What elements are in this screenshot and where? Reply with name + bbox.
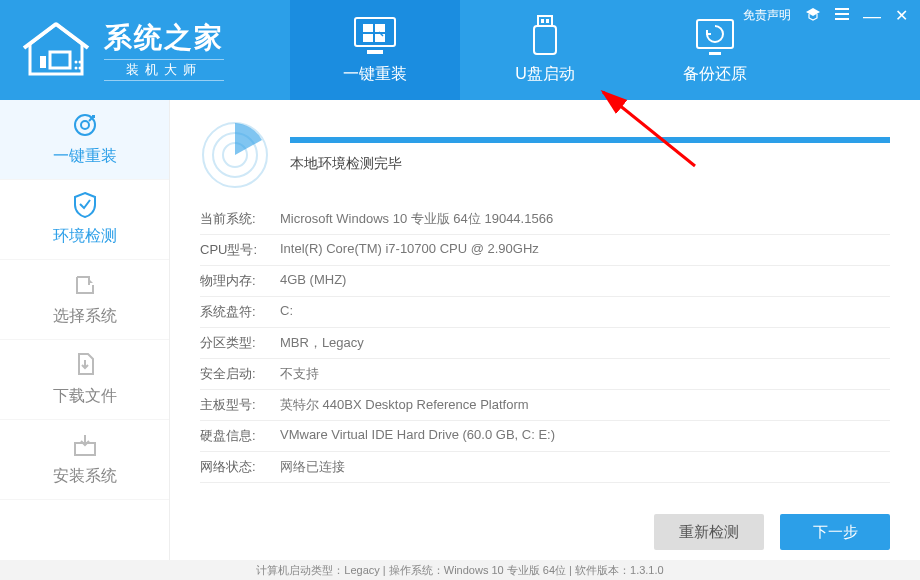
info-table: 当前系统:Microsoft Windows 10 专业版 64位 19044.… — [200, 204, 890, 502]
sidebar-item-env-check[interactable]: 环境检测 — [0, 180, 169, 260]
svg-point-5 — [79, 67, 82, 70]
shield-icon — [71, 192, 99, 218]
tab-label: 一键重装 — [343, 64, 407, 85]
main-content: 本地环境检测完毕 当前系统:Microsoft Windows 10 专业版 6… — [170, 100, 920, 560]
info-value: 英特尔 440BX Desktop Reference Platform — [280, 396, 890, 414]
tab-label: 备份还原 — [683, 64, 747, 85]
disclaimer-link[interactable]: 免责声明 — [743, 7, 791, 24]
usb-icon — [523, 16, 567, 56]
svg-rect-0 — [50, 52, 70, 68]
svg-rect-9 — [375, 24, 385, 32]
logo-icon — [20, 20, 92, 80]
info-value: MBR，Legacy — [280, 334, 890, 352]
svg-rect-7 — [367, 50, 383, 54]
minimize-icon[interactable]: — — [863, 11, 881, 21]
info-label: 分区类型: — [200, 334, 280, 352]
logo-title: 系统之家 — [104, 19, 224, 57]
svg-rect-16 — [697, 20, 733, 48]
info-label: 当前系统: — [200, 210, 280, 228]
backup-icon — [693, 16, 737, 56]
scan-header: 本地环境检测完毕 — [200, 120, 890, 190]
close-icon[interactable]: ✕ — [895, 6, 908, 25]
info-row: 网络状态:网络已连接 — [200, 452, 890, 483]
svg-rect-12 — [538, 16, 552, 26]
info-label: 硬盘信息: — [200, 427, 280, 445]
install-icon — [71, 432, 99, 458]
action-bar: 重新检测 下一步 — [200, 514, 890, 550]
info-row: 主板型号:英特尔 440BX Desktop Reference Platfor… — [200, 390, 890, 421]
top-tabs: 一键重装 U盘启动 备份还原 — [290, 0, 800, 100]
svg-rect-8 — [363, 24, 373, 32]
info-row: 物理内存:4GB (MHZ) — [200, 266, 890, 297]
info-label: 系统盘符: — [200, 303, 280, 321]
header: 系统之家 装机大师 一键重装 U盘启动 备份还原 免责声明 — ✕ — [0, 0, 920, 100]
info-row: 当前系统:Microsoft Windows 10 专业版 64位 19044.… — [200, 204, 890, 235]
sidebar-item-reinstall[interactable]: 一键重装 — [0, 100, 169, 180]
select-icon — [71, 272, 99, 298]
recheck-button[interactable]: 重新检测 — [654, 514, 764, 550]
info-value: C: — [280, 303, 890, 321]
info-value: 不支持 — [280, 365, 890, 383]
sidebar-item-select-system[interactable]: 选择系统 — [0, 260, 169, 340]
graduate-icon[interactable] — [805, 7, 821, 24]
menu-icon[interactable] — [835, 8, 849, 23]
svg-rect-13 — [534, 26, 556, 54]
sidebar-item-install[interactable]: 安装系统 — [0, 420, 169, 500]
tab-usb-boot[interactable]: U盘启动 — [460, 0, 630, 100]
info-label: 物理内存: — [200, 272, 280, 290]
info-value: 4GB (MHZ) — [280, 272, 890, 290]
info-value: 网络已连接 — [280, 458, 890, 476]
tab-reinstall[interactable]: 一键重装 — [290, 0, 460, 100]
monitor-icon — [353, 16, 397, 56]
scan-status-text: 本地环境检测完毕 — [290, 155, 890, 173]
download-icon — [71, 352, 99, 378]
svg-rect-15 — [546, 19, 549, 23]
sidebar-item-label: 安装系统 — [53, 466, 117, 487]
sidebar: 一键重装 环境检测 选择系统 下载文件 安装系统 — [0, 100, 170, 560]
info-row: 硬盘信息:VMware Virtual IDE Hard Drive (60.0… — [200, 421, 890, 452]
info-label: 网络状态: — [200, 458, 280, 476]
sidebar-item-label: 环境检测 — [53, 226, 117, 247]
sidebar-item-label: 选择系统 — [53, 306, 117, 327]
svg-rect-10 — [363, 34, 373, 42]
info-value: Microsoft Windows 10 专业版 64位 19044.1566 — [280, 210, 890, 228]
info-row: 安全启动:不支持 — [200, 359, 890, 390]
sidebar-item-label: 下载文件 — [53, 386, 117, 407]
info-label: 主板型号: — [200, 396, 280, 414]
svg-rect-20 — [835, 18, 849, 20]
svg-rect-18 — [835, 8, 849, 10]
logo-area: 系统之家 装机大师 — [20, 19, 290, 81]
info-row: CPU型号:Intel(R) Core(TM) i7-10700 CPU @ 2… — [200, 235, 890, 266]
info-row: 系统盘符:C: — [200, 297, 890, 328]
svg-point-3 — [79, 61, 82, 64]
svg-rect-17 — [709, 52, 721, 55]
footer-status: 计算机启动类型：Legacy | 操作系统：Windows 10 专业版 64位… — [0, 560, 920, 580]
logo-subtitle: 装机大师 — [104, 59, 224, 81]
svg-rect-19 — [835, 13, 849, 15]
body: 一键重装 环境检测 选择系统 下载文件 安装系统 — [0, 100, 920, 560]
info-label: CPU型号: — [200, 241, 280, 259]
svg-rect-14 — [541, 19, 544, 23]
info-value: Intel(R) Core(TM) i7-10700 CPU @ 2.90GHz — [280, 241, 890, 259]
svg-rect-11 — [375, 34, 385, 42]
sidebar-item-label: 一键重装 — [53, 146, 117, 167]
info-value: VMware Virtual IDE Hard Drive (60.0 GB, … — [280, 427, 890, 445]
titlebar: 免责声明 — ✕ — [743, 6, 908, 25]
svg-point-23 — [81, 121, 89, 129]
svg-point-2 — [75, 61, 78, 64]
info-row: 分区类型:MBR，Legacy — [200, 328, 890, 359]
svg-rect-1 — [40, 56, 46, 68]
next-button[interactable]: 下一步 — [780, 514, 890, 550]
tab-label: U盘启动 — [515, 64, 575, 85]
radar-icon — [200, 120, 270, 190]
progress-bar — [290, 137, 890, 143]
target-icon — [71, 112, 99, 138]
svg-point-4 — [75, 67, 78, 70]
sidebar-item-download[interactable]: 下载文件 — [0, 340, 169, 420]
info-label: 安全启动: — [200, 365, 280, 383]
